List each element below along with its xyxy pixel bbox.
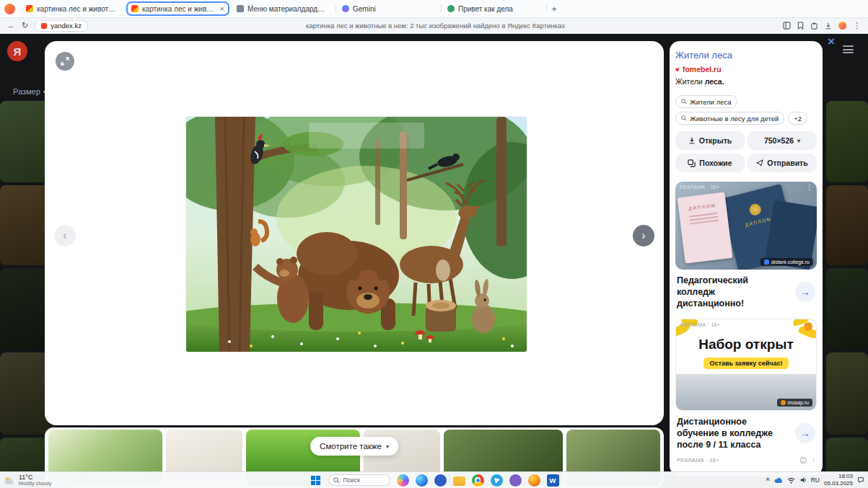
site-favicon <box>41 23 47 29</box>
language-indicator[interactable]: RU <box>811 476 820 484</box>
action-row-1: Открыть 750×526 ▾ <box>675 131 817 150</box>
reload-button[interactable]: ↻ <box>22 22 28 30</box>
downloads-icon[interactable] <box>825 22 832 30</box>
url-chip[interactable]: yandex.kz <box>35 20 88 32</box>
ad-headline: Набор открыт <box>676 337 816 352</box>
document-favicon <box>237 5 244 12</box>
start-button[interactable] <box>310 474 322 487</box>
back-button[interactable]: ← <box>7 22 15 30</box>
copilot-icon[interactable] <box>397 474 409 487</box>
system-tray: ^ RU 18:03 05.03.2025 <box>766 473 864 487</box>
size-filter-dropdown[interactable]: Размер ▾ <box>13 87 46 96</box>
send-button[interactable]: Отправить <box>748 154 817 172</box>
results-thumbnail[interactable] <box>826 268 868 350</box>
window-page-title: картинка лес и животные в нем: 2 тыс изо… <box>95 22 776 30</box>
onedrive-cloud-icon[interactable] <box>774 477 783 484</box>
tab-2-active[interactable]: картинка лес и живот... × <box>126 1 229 16</box>
tray-chevron-up-icon[interactable]: ^ <box>766 476 769 484</box>
main-image[interactable] <box>186 117 527 352</box>
tab-5[interactable]: Привет как дела <box>442 1 545 16</box>
viber-icon[interactable] <box>509 474 522 487</box>
results-thumbnail[interactable] <box>826 352 868 435</box>
tab-label: картинка лес и животным <box>37 5 119 13</box>
page-menu-icon[interactable] <box>843 45 854 53</box>
tab-4[interactable]: Gemini <box>337 1 440 16</box>
chrome-browser-icon[interactable] <box>472 474 484 487</box>
ad-watermark: mosap.ru <box>777 399 812 407</box>
close-viewer-button[interactable]: × <box>828 35 835 48</box>
search-results-backdrop: Я Размер ▾ × ‹ › <box>0 34 868 488</box>
see-also-button[interactable]: Смотрите также ▾ <box>310 437 398 456</box>
ad-open-arrow-button[interactable]: → <box>795 423 815 443</box>
weather-widget[interactable]: 11°C Mostly cloudy <box>4 474 51 487</box>
yandex-logo[interactable]: Я <box>7 41 27 61</box>
wifi-icon[interactable] <box>787 477 795 484</box>
notifications-icon[interactable] <box>857 476 864 484</box>
tab-1[interactable]: картинка лес и животным <box>21 1 124 16</box>
image-title-link[interactable]: Жители леса <box>675 50 817 61</box>
windows-icon <box>311 476 320 485</box>
fullscreen-button[interactable] <box>56 52 74 71</box>
taskbar-search-input[interactable]: Поиск <box>328 474 390 486</box>
yandex-images-favicon <box>131 5 139 12</box>
download-icon <box>688 137 696 144</box>
related-query-chip[interactable]: Животные в лесу для детей <box>675 112 784 125</box>
more-queries-chip[interactable]: +2 <box>788 112 807 125</box>
sidebar-panel-icon[interactable] <box>783 22 791 30</box>
size-dropdown[interactable]: 750×526 ▾ <box>748 131 817 150</box>
mail-app-icon[interactable] <box>434 474 447 487</box>
emblem-icon <box>748 203 762 216</box>
browser-profile-avatar[interactable] <box>4 4 15 14</box>
bookmark-icon[interactable] <box>797 22 804 30</box>
ad-caption: Дистанционное обучение в колледже после … <box>675 416 817 451</box>
ad-watermark: distant-college.ru <box>760 258 813 266</box>
extensions-icon[interactable] <box>810 22 818 30</box>
previous-image-button[interactable]: ‹ <box>54 225 76 247</box>
url-text: yandex.kz <box>51 22 82 30</box>
tab-label: картинка лес и живот... <box>142 5 216 13</box>
open-button[interactable]: Открыть <box>675 131 745 150</box>
search-icon <box>681 115 687 121</box>
scroll-up-icon[interactable]: ↑ <box>812 456 816 463</box>
ad-title[interactable]: Дистанционное обучение в колледже после … <box>677 416 782 451</box>
clock[interactable]: 18:03 05.03.2025 <box>824 473 853 487</box>
ad-card[interactable]: РЕКЛАМА · 16+ ⋮ ДИПЛОМ ДИПЛОМ distant-co… <box>675 182 817 309</box>
browser-profile-icon[interactable] <box>838 22 846 30</box>
word-app-icon[interactable]: W <box>547 474 559 487</box>
results-thumbnail[interactable] <box>826 101 868 182</box>
search-icon <box>681 99 687 105</box>
ad-badge: РЕКЛАМА · 16+ <box>680 185 719 190</box>
tab-label: Привет как дела <box>458 5 540 13</box>
file-explorer-icon[interactable] <box>453 476 465 486</box>
similar-button[interactable]: Похожие <box>675 154 745 172</box>
ad-image[interactable]: РЕКЛАМА · 16+ Набор открыт Оставь заявку… <box>675 319 817 411</box>
info-icon[interactable]: i <box>800 457 807 463</box>
chevron-down-icon: ▾ <box>797 138 800 144</box>
source-site-link[interactable]: ♥ fomebel.ru <box>675 65 817 74</box>
next-image-button[interactable]: › <box>633 225 654 247</box>
ad-title[interactable]: Педагогический колледж дистанционно! <box>677 275 782 309</box>
new-tab-button[interactable]: + <box>548 2 561 15</box>
ad-image[interactable]: РЕКЛАМА · 16+ ⋮ ДИПЛОМ ДИПЛОМ distant-co… <box>675 182 817 270</box>
related-query-chip[interactable]: Жители леса <box>675 95 737 108</box>
ad-menu-icon[interactable]: ⋮ <box>806 184 813 191</box>
chevron-down-icon: ▾ <box>386 443 389 450</box>
ad-card[interactable]: РЕКЛАМА · 16+ Набор открыт Оставь заявку… <box>675 319 817 451</box>
time: 18:03 <box>824 473 853 480</box>
results-thumbnail[interactable] <box>826 185 868 265</box>
tab-3[interactable]: Меню материалдарды ... <box>232 1 335 16</box>
browser-menu-icon[interactable]: ⋮ <box>853 22 861 30</box>
telegram-icon[interactable] <box>491 474 503 487</box>
expand-icon <box>61 57 69 66</box>
edge-browser-icon[interactable] <box>416 474 428 487</box>
firefox-browser-icon[interactable] <box>528 474 540 487</box>
image-info-sidebar: Жители леса ♥ fomebel.ru Жители леса. Жи… <box>670 41 823 476</box>
volume-icon[interactable] <box>799 476 807 484</box>
tab-close-icon[interactable]: × <box>220 5 224 13</box>
browser-address-bar: ← ↻ yandex.kz картинка лес и животные в … <box>0 18 868 34</box>
ad-cta-button[interactable]: Оставь заявку сейчас! <box>703 358 789 369</box>
similar-images-icon <box>688 159 696 167</box>
ad-open-arrow-button[interactable]: → <box>795 282 815 302</box>
ad-caption: Педагогический колледж дистанционно! → <box>675 275 817 309</box>
related-queries: Жители леса Животные в лесу для детей +2 <box>675 95 817 125</box>
